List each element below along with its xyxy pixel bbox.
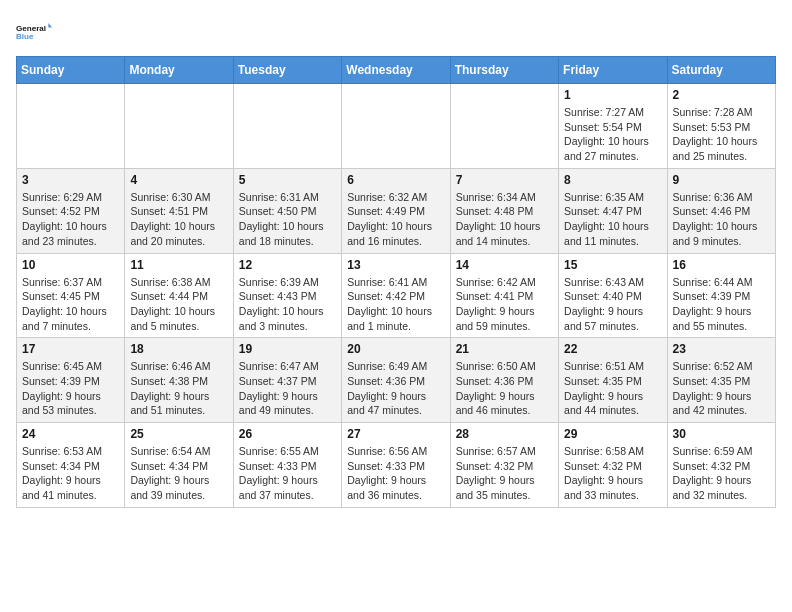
day-info: Sunrise: 6:52 AMSunset: 4:35 PMDaylight:… bbox=[673, 359, 770, 418]
day-info: Sunrise: 6:50 AMSunset: 4:36 PMDaylight:… bbox=[456, 359, 553, 418]
day-number: 26 bbox=[239, 427, 336, 441]
day-number: 6 bbox=[347, 173, 444, 187]
calendar-cell: 12Sunrise: 6:39 AMSunset: 4:43 PMDayligh… bbox=[233, 253, 341, 338]
day-number: 29 bbox=[564, 427, 661, 441]
page-header: General Blue bbox=[16, 16, 776, 48]
day-info: Sunrise: 6:39 AMSunset: 4:43 PMDaylight:… bbox=[239, 275, 336, 334]
day-number: 14 bbox=[456, 258, 553, 272]
calendar-header: SundayMondayTuesdayWednesdayThursdayFrid… bbox=[17, 57, 776, 84]
calendar-cell: 8Sunrise: 6:35 AMSunset: 4:47 PMDaylight… bbox=[559, 168, 667, 253]
svg-text:General: General bbox=[16, 24, 46, 33]
calendar-week-3: 10Sunrise: 6:37 AMSunset: 4:45 PMDayligh… bbox=[17, 253, 776, 338]
calendar-cell: 23Sunrise: 6:52 AMSunset: 4:35 PMDayligh… bbox=[667, 338, 775, 423]
day-number: 16 bbox=[673, 258, 770, 272]
calendar-cell: 17Sunrise: 6:45 AMSunset: 4:39 PMDayligh… bbox=[17, 338, 125, 423]
calendar-week-2: 3Sunrise: 6:29 AMSunset: 4:52 PMDaylight… bbox=[17, 168, 776, 253]
calendar-cell: 26Sunrise: 6:55 AMSunset: 4:33 PMDayligh… bbox=[233, 423, 341, 508]
day-number: 13 bbox=[347, 258, 444, 272]
calendar-cell: 2Sunrise: 7:28 AMSunset: 5:53 PMDaylight… bbox=[667, 84, 775, 169]
day-info: Sunrise: 6:36 AMSunset: 4:46 PMDaylight:… bbox=[673, 190, 770, 249]
day-info: Sunrise: 6:56 AMSunset: 4:33 PMDaylight:… bbox=[347, 444, 444, 503]
weekday-header-saturday: Saturday bbox=[667, 57, 775, 84]
day-number: 30 bbox=[673, 427, 770, 441]
day-number: 27 bbox=[347, 427, 444, 441]
calendar-week-4: 17Sunrise: 6:45 AMSunset: 4:39 PMDayligh… bbox=[17, 338, 776, 423]
day-number: 10 bbox=[22, 258, 119, 272]
day-number: 24 bbox=[22, 427, 119, 441]
day-number: 4 bbox=[130, 173, 227, 187]
day-number: 21 bbox=[456, 342, 553, 356]
calendar-cell: 7Sunrise: 6:34 AMSunset: 4:48 PMDaylight… bbox=[450, 168, 558, 253]
day-info: Sunrise: 6:44 AMSunset: 4:39 PMDaylight:… bbox=[673, 275, 770, 334]
day-number: 20 bbox=[347, 342, 444, 356]
calendar-cell: 15Sunrise: 6:43 AMSunset: 4:40 PMDayligh… bbox=[559, 253, 667, 338]
day-number: 2 bbox=[673, 88, 770, 102]
day-number: 7 bbox=[456, 173, 553, 187]
calendar-cell: 21Sunrise: 6:50 AMSunset: 4:36 PMDayligh… bbox=[450, 338, 558, 423]
day-number: 17 bbox=[22, 342, 119, 356]
calendar-cell: 3Sunrise: 6:29 AMSunset: 4:52 PMDaylight… bbox=[17, 168, 125, 253]
day-info: Sunrise: 6:58 AMSunset: 4:32 PMDaylight:… bbox=[564, 444, 661, 503]
day-number: 25 bbox=[130, 427, 227, 441]
day-info: Sunrise: 6:46 AMSunset: 4:38 PMDaylight:… bbox=[130, 359, 227, 418]
calendar-cell: 11Sunrise: 6:38 AMSunset: 4:44 PMDayligh… bbox=[125, 253, 233, 338]
day-info: Sunrise: 6:57 AMSunset: 4:32 PMDaylight:… bbox=[456, 444, 553, 503]
day-number: 28 bbox=[456, 427, 553, 441]
day-info: Sunrise: 6:47 AMSunset: 4:37 PMDaylight:… bbox=[239, 359, 336, 418]
day-info: Sunrise: 6:55 AMSunset: 4:33 PMDaylight:… bbox=[239, 444, 336, 503]
day-info: Sunrise: 6:51 AMSunset: 4:35 PMDaylight:… bbox=[564, 359, 661, 418]
day-number: 15 bbox=[564, 258, 661, 272]
day-number: 12 bbox=[239, 258, 336, 272]
calendar-cell: 4Sunrise: 6:30 AMSunset: 4:51 PMDaylight… bbox=[125, 168, 233, 253]
weekday-header-friday: Friday bbox=[559, 57, 667, 84]
calendar-week-1: 1Sunrise: 7:27 AMSunset: 5:54 PMDaylight… bbox=[17, 84, 776, 169]
day-info: Sunrise: 6:53 AMSunset: 4:34 PMDaylight:… bbox=[22, 444, 119, 503]
day-info: Sunrise: 6:42 AMSunset: 4:41 PMDaylight:… bbox=[456, 275, 553, 334]
calendar-cell bbox=[125, 84, 233, 169]
calendar-cell bbox=[450, 84, 558, 169]
day-number: 19 bbox=[239, 342, 336, 356]
calendar-cell: 6Sunrise: 6:32 AMSunset: 4:49 PMDaylight… bbox=[342, 168, 450, 253]
calendar-cell: 28Sunrise: 6:57 AMSunset: 4:32 PMDayligh… bbox=[450, 423, 558, 508]
weekday-header-monday: Monday bbox=[125, 57, 233, 84]
calendar-cell: 9Sunrise: 6:36 AMSunset: 4:46 PMDaylight… bbox=[667, 168, 775, 253]
calendar-cell: 10Sunrise: 6:37 AMSunset: 4:45 PMDayligh… bbox=[17, 253, 125, 338]
logo-svg: General Blue bbox=[16, 16, 52, 48]
day-number: 22 bbox=[564, 342, 661, 356]
calendar-cell: 18Sunrise: 6:46 AMSunset: 4:38 PMDayligh… bbox=[125, 338, 233, 423]
day-number: 11 bbox=[130, 258, 227, 272]
day-info: Sunrise: 6:32 AMSunset: 4:49 PMDaylight:… bbox=[347, 190, 444, 249]
calendar-cell: 1Sunrise: 7:27 AMSunset: 5:54 PMDaylight… bbox=[559, 84, 667, 169]
calendar-cell: 29Sunrise: 6:58 AMSunset: 4:32 PMDayligh… bbox=[559, 423, 667, 508]
weekday-header-wednesday: Wednesday bbox=[342, 57, 450, 84]
day-info: Sunrise: 6:34 AMSunset: 4:48 PMDaylight:… bbox=[456, 190, 553, 249]
day-number: 23 bbox=[673, 342, 770, 356]
day-info: Sunrise: 6:41 AMSunset: 4:42 PMDaylight:… bbox=[347, 275, 444, 334]
calendar-cell: 27Sunrise: 6:56 AMSunset: 4:33 PMDayligh… bbox=[342, 423, 450, 508]
day-info: Sunrise: 6:37 AMSunset: 4:45 PMDaylight:… bbox=[22, 275, 119, 334]
day-info: Sunrise: 6:35 AMSunset: 4:47 PMDaylight:… bbox=[564, 190, 661, 249]
day-info: Sunrise: 6:59 AMSunset: 4:32 PMDaylight:… bbox=[673, 444, 770, 503]
calendar-cell: 13Sunrise: 6:41 AMSunset: 4:42 PMDayligh… bbox=[342, 253, 450, 338]
calendar-cell: 16Sunrise: 6:44 AMSunset: 4:39 PMDayligh… bbox=[667, 253, 775, 338]
calendar-cell: 24Sunrise: 6:53 AMSunset: 4:34 PMDayligh… bbox=[17, 423, 125, 508]
calendar-cell bbox=[342, 84, 450, 169]
calendar-body: 1Sunrise: 7:27 AMSunset: 5:54 PMDaylight… bbox=[17, 84, 776, 508]
svg-marker-2 bbox=[48, 23, 52, 28]
day-info: Sunrise: 6:29 AMSunset: 4:52 PMDaylight:… bbox=[22, 190, 119, 249]
calendar-cell: 20Sunrise: 6:49 AMSunset: 4:36 PMDayligh… bbox=[342, 338, 450, 423]
day-info: Sunrise: 6:54 AMSunset: 4:34 PMDaylight:… bbox=[130, 444, 227, 503]
calendar-cell bbox=[17, 84, 125, 169]
calendar-cell bbox=[233, 84, 341, 169]
logo: General Blue bbox=[16, 16, 52, 48]
day-info: Sunrise: 7:27 AMSunset: 5:54 PMDaylight:… bbox=[564, 105, 661, 164]
calendar-cell: 5Sunrise: 6:31 AMSunset: 4:50 PMDaylight… bbox=[233, 168, 341, 253]
day-info: Sunrise: 7:28 AMSunset: 5:53 PMDaylight:… bbox=[673, 105, 770, 164]
day-number: 1 bbox=[564, 88, 661, 102]
calendar-cell: 25Sunrise: 6:54 AMSunset: 4:34 PMDayligh… bbox=[125, 423, 233, 508]
day-info: Sunrise: 6:45 AMSunset: 4:39 PMDaylight:… bbox=[22, 359, 119, 418]
day-number: 9 bbox=[673, 173, 770, 187]
day-info: Sunrise: 6:43 AMSunset: 4:40 PMDaylight:… bbox=[564, 275, 661, 334]
day-info: Sunrise: 6:31 AMSunset: 4:50 PMDaylight:… bbox=[239, 190, 336, 249]
weekday-header-thursday: Thursday bbox=[450, 57, 558, 84]
